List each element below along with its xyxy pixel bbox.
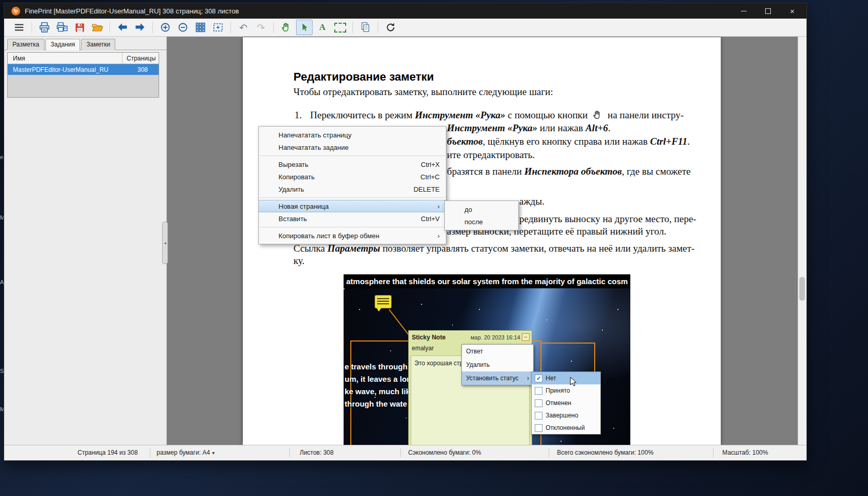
tab-jobs[interactable]: Задания [45, 39, 80, 51]
doc-paragraph: Чтобы отредактировать заметку, выполните… [293, 87, 553, 97]
menu-item-delete[interactable]: УдалитьDELETE [259, 183, 446, 195]
toolbar-separator [230, 22, 231, 33]
redo-button[interactable]: ↷ [253, 20, 269, 35]
fit-page-icon [212, 21, 224, 34]
status-separator [289, 448, 290, 457]
undo-button[interactable]: ↶ [236, 20, 251, 35]
text-tool-button[interactable]: A [315, 20, 330, 35]
multi-page-view-button[interactable] [193, 20, 208, 35]
toolbar-separator [110, 22, 110, 33]
desktop-icon-label-fragment: M [0, 406, 4, 412]
open-folder-icon [91, 21, 103, 34]
select-area-button[interactable] [332, 20, 348, 35]
status-paper-size-dropdown[interactable]: размер бумаги: A4▾ [157, 449, 215, 456]
hand-tool-button[interactable] [278, 20, 294, 35]
note-context-menu: Ответ Удалить Установить статус› [461, 344, 534, 385]
sticky-note-icon [375, 295, 392, 308]
shortcut-label: Ctrl+X [407, 161, 440, 168]
menu-item-new-page[interactable]: Новая страница› [259, 200, 446, 212]
print-job-button[interactable] [54, 20, 70, 35]
zoom-out-button[interactable] [175, 20, 191, 35]
shortcut-label: DELETE [399, 185, 440, 193]
menu-item-paste[interactable]: ВставитьCtrl+V [259, 212, 446, 225]
menu-button[interactable] [11, 20, 27, 35]
window-title: FinePrint [MasterPDFEditor-UserManual_RU… [25, 7, 239, 15]
scrollbar-thumb[interactable] [799, 277, 805, 301]
text-tool-icon: A [319, 22, 326, 33]
checkbox-icon [535, 424, 542, 432]
menu-separator [260, 156, 445, 156]
context-menu: Напечататать страницу Напечататать задан… [258, 126, 446, 244]
back-button[interactable] [115, 20, 130, 35]
menu-separator [260, 197, 445, 198]
tab-layout[interactable]: Разметка [7, 39, 44, 50]
collapse-left-icon: ◂ [164, 241, 166, 245]
status-menu-item: Принято [532, 384, 600, 397]
dropdown-arrow-icon: ▾ [212, 450, 214, 456]
fineprint-logo-icon: fp [11, 7, 20, 16]
figure-background-text: ke wave, much lik [345, 387, 410, 396]
column-header-pages[interactable]: Страницы [122, 55, 159, 62]
refresh-icon [385, 22, 396, 33]
save-button[interactable] [72, 20, 87, 35]
hand-cursor-glyph-icon [592, 110, 603, 120]
status-separator [400, 448, 401, 457]
sidebar: Разметка Задания Заметки Имя Страницы Ma… [4, 37, 167, 445]
menu-item-print-page[interactable]: Напечататать страницу [259, 129, 446, 141]
open-folder-button[interactable] [89, 20, 105, 35]
tab-notes[interactable]: Заметки [81, 39, 115, 50]
select-tool-button[interactable] [296, 20, 313, 35]
sticky-note-minimize-icon: – [522, 333, 530, 341]
new-page-submenu: до после [444, 200, 519, 230]
note-menu-item: Установить статус› [462, 371, 533, 385]
menu-separator [260, 227, 445, 227]
fit-page-button[interactable] [210, 20, 226, 35]
status-separator [549, 448, 549, 457]
forward-button[interactable] [132, 20, 148, 35]
jobs-list-row-selected[interactable]: MasterPDFEditor-UserManual_RU 308 [8, 64, 159, 75]
menu-item-cut[interactable]: ВырезатьCtrl+X [259, 158, 446, 171]
shortcut-label: Ctrl+V [407, 215, 440, 223]
toolbar-separator [352, 22, 353, 33]
sticky-note-title: Sticky Note [412, 334, 471, 341]
checkbox-icon [535, 412, 542, 420]
menu-item-copy-sheet-to-clipboard[interactable]: Копировать лист в буфер обмен› [259, 229, 446, 242]
desktop-icon-label-fragment: e [0, 154, 4, 160]
zoom-out-icon [177, 21, 189, 34]
toolbar-separator [32, 22, 32, 33]
figure-background-text: e travels through [345, 362, 408, 371]
submenu-item-before[interactable]: до [445, 203, 518, 215]
status-page-info: Страница 194 из 308 [78, 449, 138, 456]
select-arrow-icon [299, 22, 309, 33]
toolbar-separator [378, 22, 378, 33]
status-menu-item: Отклоненный [532, 422, 600, 434]
doc-heading: Редактирование заметки [293, 70, 434, 84]
note-status-submenu: ✓Нет Принято Отменен Завершено Отклоненн… [531, 371, 601, 435]
submenu-arrow-icon: › [438, 203, 440, 210]
status-menu-item: ✓Нет [532, 372, 600, 384]
hand-tool-icon [281, 22, 292, 33]
submenu-item-after[interactable]: после [445, 215, 518, 228]
status-menu-item: Отменен [532, 397, 600, 409]
column-header-name[interactable]: Имя [8, 53, 122, 64]
menu-item-copy[interactable]: КопироватьCtrl+C [259, 171, 446, 183]
toolbar-separator [152, 22, 153, 33]
menu-item-print-job[interactable]: Напечататать задание [259, 141, 446, 153]
sidebar-splitter-handle[interactable]: ◂ [162, 222, 168, 264]
forward-arrow-icon [134, 21, 146, 34]
vertical-scrollbar[interactable] [798, 37, 807, 445]
status-menu-item: Завершено [532, 409, 600, 422]
checkbox-icon [535, 387, 542, 395]
printer-job-icon [56, 21, 68, 34]
note-menu-item: Удалить [462, 358, 533, 371]
close-button[interactable]: × [780, 3, 804, 19]
maximize-button[interactable] [756, 3, 780, 19]
status-bar: Страница 194 из 308 размер бумаги: A4▾ Л… [4, 445, 807, 460]
mouse-cursor-icon [569, 377, 578, 387]
note-menu-item: Ответ [462, 345, 533, 358]
minimize-button[interactable] [732, 3, 756, 19]
zoom-in-button[interactable] [158, 20, 173, 35]
print-page-button[interactable] [37, 20, 52, 35]
copy-sheet-button[interactable] [358, 20, 373, 35]
refresh-button[interactable] [383, 20, 398, 35]
